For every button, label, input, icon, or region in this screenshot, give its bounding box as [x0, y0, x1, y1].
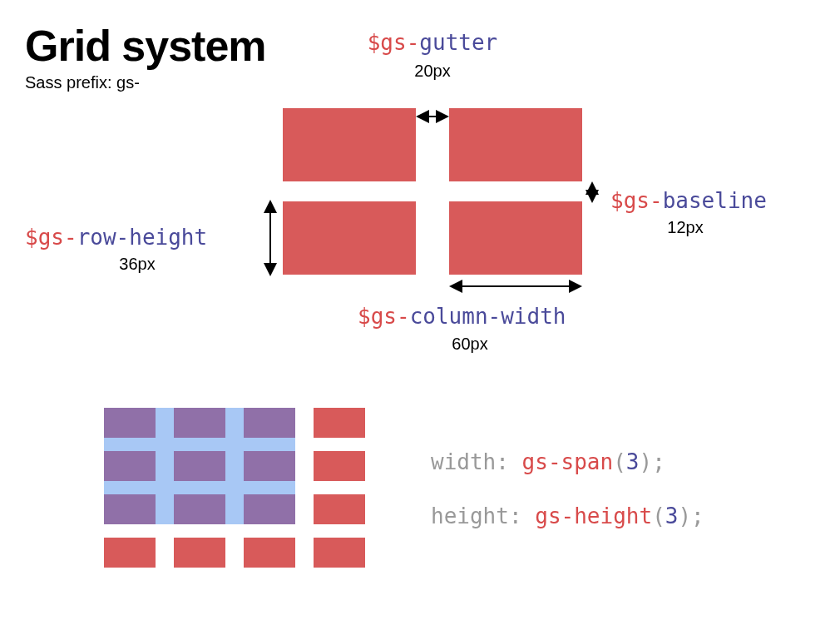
grid-diagram-top [283, 108, 582, 275]
var-prefix: $gs- [368, 30, 420, 55]
css-close: ); [678, 503, 704, 528]
grid-cell [174, 451, 225, 481]
grid-cell [314, 538, 365, 568]
css-prop: width [431, 449, 496, 474]
var-name: row-height [77, 225, 208, 250]
grid-cell [174, 494, 225, 524]
label-gs-baseline: $gs-baseline [610, 188, 767, 213]
grid-cell [174, 538, 225, 568]
value-gs-column-width: 60px [358, 335, 582, 354]
grid-cell [104, 538, 156, 568]
css-line-height: height: gs-height(3); [431, 503, 704, 528]
value-gs-gutter: 20px [337, 62, 528, 81]
css-open: ( [613, 449, 626, 474]
grid-cell [244, 451, 295, 481]
css-open: ( [652, 503, 665, 528]
grid-cell [104, 451, 156, 481]
grid-diagram-bottom [104, 408, 362, 566]
css-fn: gs-span [522, 449, 614, 474]
page-title: Grid system [25, 21, 266, 71]
grid-cell [174, 408, 225, 438]
grid-cell [314, 451, 365, 481]
css-close: ); [639, 449, 665, 474]
var-name: column-width [410, 304, 566, 329]
subtitle: Sass prefix: gs- [25, 73, 140, 92]
var-prefix: $gs- [25, 225, 77, 250]
css-colon: : [496, 449, 521, 474]
var-name: baseline [663, 188, 767, 213]
label-gs-column-width: $gs-column-width [358, 304, 566, 329]
value-gs-row-height: 36px [25, 255, 250, 274]
var-name: gutter [419, 30, 497, 55]
grid-cell [244, 494, 295, 524]
var-prefix: $gs- [358, 304, 410, 329]
grid-cell [314, 408, 365, 438]
value-gs-baseline: 12px [610, 218, 760, 237]
label-gs-row-height: $gs-row-height [25, 225, 207, 250]
var-prefix: $gs- [610, 188, 663, 213]
css-line-width: width: gs-span(3); [431, 449, 665, 474]
grid-cell [244, 538, 295, 568]
css-prop: height [431, 503, 509, 528]
grid-cell [104, 408, 156, 438]
grid-cell [314, 494, 365, 524]
css-arg: 3 [626, 449, 640, 474]
grid-cell [449, 201, 582, 275]
css-fn: gs-height [535, 503, 652, 528]
grid-cell [449, 108, 582, 181]
label-gs-gutter: $gs-gutter [337, 30, 528, 55]
grid-cell [104, 494, 156, 524]
grid-cell [283, 108, 416, 181]
css-colon: : [509, 503, 535, 528]
css-arg: 3 [665, 503, 679, 528]
grid-cell [283, 201, 416, 275]
grid-cell [244, 408, 295, 438]
